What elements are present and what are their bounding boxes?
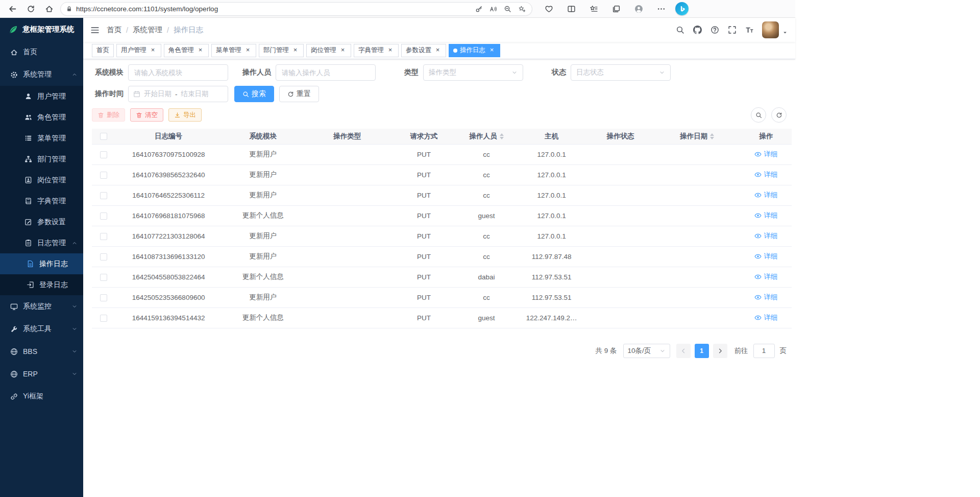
- page-number-button[interactable]: 1: [695, 344, 709, 358]
- row-checkbox[interactable]: [100, 151, 107, 158]
- next-page-button[interactable]: [713, 344, 727, 358]
- export-button[interactable]: 导出: [168, 108, 202, 122]
- close-icon[interactable]: ×: [488, 46, 496, 54]
- detail-link[interactable]: 详细: [754, 211, 777, 220]
- row-checkbox[interactable]: [100, 172, 107, 179]
- type-select[interactable]: 操作类型: [423, 64, 523, 81]
- sidebar-toggle-icon[interactable]: [90, 26, 100, 35]
- favorite-add-icon[interactable]: [514, 3, 529, 15]
- tab-post-mgmt[interactable]: 岗位管理×: [306, 44, 351, 57]
- github-icon[interactable]: [690, 22, 705, 38]
- sidebar-item-erp[interactable]: ERP: [0, 363, 83, 385]
- sidebar-item-dept-mgmt[interactable]: 部门管理: [0, 149, 83, 170]
- sidebar-item-role-mgmt[interactable]: 角色管理: [0, 107, 83, 128]
- breadcrumb-item[interactable]: 首页: [107, 25, 121, 35]
- font-size-icon[interactable]: [742, 22, 757, 38]
- close-icon[interactable]: ×: [434, 46, 442, 54]
- reset-button[interactable]: 重置: [279, 86, 319, 102]
- search-icon[interactable]: [672, 22, 688, 38]
- row-checkbox[interactable]: [100, 274, 107, 281]
- sidebar-item-yi-framework[interactable]: Yi框架: [0, 385, 83, 408]
- detail-link[interactable]: 详细: [754, 313, 777, 322]
- tab-param-settings[interactable]: 参数设置×: [401, 44, 446, 57]
- tab-menu-mgmt[interactable]: 菜单管理×: [211, 44, 256, 57]
- close-icon[interactable]: ×: [291, 46, 299, 54]
- close-icon[interactable]: ×: [339, 46, 347, 54]
- bing-icon[interactable]: [675, 2, 689, 15]
- close-icon[interactable]: ×: [244, 46, 252, 54]
- close-icon[interactable]: ×: [386, 46, 394, 54]
- clear-button[interactable]: 清空: [130, 108, 163, 122]
- column-header-operator[interactable]: 操作人员: [457, 129, 516, 144]
- breadcrumb-item[interactable]: 系统管理: [133, 25, 162, 35]
- row-checkbox[interactable]: [100, 315, 107, 322]
- search-button[interactable]: 搜索: [234, 86, 274, 102]
- sidebar-item-post-mgmt[interactable]: 岗位管理: [0, 170, 83, 191]
- favorites-icon[interactable]: [585, 2, 602, 16]
- fullscreen-icon[interactable]: [724, 22, 740, 38]
- toolbar-search-button[interactable]: [751, 107, 766, 123]
- sidebar-item-bbs[interactable]: BBS: [0, 340, 83, 363]
- status-select[interactable]: 日志状态: [571, 64, 671, 81]
- sidebar-item-dict-mgmt[interactable]: 字典管理: [0, 191, 83, 211]
- goto-page-input[interactable]: [753, 344, 775, 358]
- more-icon[interactable]: [653, 2, 669, 16]
- detail-link[interactable]: 详细: [754, 191, 777, 200]
- delete-button[interactable]: 删除: [92, 108, 125, 122]
- row-checkbox[interactable]: [100, 233, 107, 240]
- row-checkbox[interactable]: [100, 253, 107, 261]
- detail-link[interactable]: 详细: [754, 231, 777, 241]
- sidebar-item-user-mgmt[interactable]: 用户管理: [0, 86, 83, 107]
- row-checkbox[interactable]: [100, 294, 107, 301]
- tab-home[interactable]: 首页: [92, 44, 114, 57]
- caret-down-icon[interactable]: [782, 30, 788, 35]
- detail-link[interactable]: 详细: [754, 293, 777, 302]
- close-icon[interactable]: ×: [149, 46, 157, 54]
- browser-essentials-icon[interactable]: [541, 2, 557, 16]
- sidebar-item-system-tools[interactable]: 系统工具: [0, 318, 83, 340]
- detail-link[interactable]: 详细: [754, 170, 777, 179]
- sidebar-item-oper-log[interactable]: 操作日志: [0, 253, 83, 274]
- sort-icon[interactable]: [500, 133, 504, 139]
- module-input[interactable]: [128, 64, 228, 81]
- sidebar-item-menu-mgmt[interactable]: 菜单管理: [0, 128, 83, 149]
- app-logo[interactable]: 意框架管理系统: [0, 18, 83, 41]
- sidebar-item-system-monitor[interactable]: 系统监控: [0, 295, 83, 318]
- read-aloud-icon[interactable]: [486, 3, 500, 15]
- split-screen-icon[interactable]: [563, 2, 579, 16]
- sidebar-item-system-mgmt[interactable]: 系统管理: [0, 63, 83, 86]
- toolbar-refresh-cw-button[interactable]: [771, 107, 787, 123]
- detail-link[interactable]: 详细: [754, 150, 777, 159]
- sort-icon[interactable]: [710, 133, 714, 139]
- refresh-icon[interactable]: [22, 2, 39, 16]
- operator-input[interactable]: [276, 64, 376, 81]
- select-all-checkbox[interactable]: [100, 133, 107, 140]
- detail-link[interactable]: 详细: [754, 272, 777, 281]
- back-icon[interactable]: [4, 2, 20, 16]
- tab-dept-mgmt[interactable]: 部门管理×: [259, 44, 304, 57]
- sidebar-item-login-log[interactable]: 登录日志: [0, 274, 83, 295]
- prev-page-button[interactable]: [676, 344, 691, 358]
- address-bar[interactable]: https://ccnetcore.com:1101/system/log/op…: [60, 2, 532, 16]
- zoom-out-icon[interactable]: [500, 3, 514, 15]
- tab-oper-log[interactable]: 操作日志×: [449, 44, 500, 57]
- close-icon[interactable]: ×: [197, 46, 204, 54]
- detail-link[interactable]: 详细: [754, 252, 777, 261]
- sidebar-item-home[interactable]: 首页: [0, 41, 83, 63]
- page-size-select[interactable]: 10条/页: [623, 344, 670, 358]
- row-checkbox[interactable]: [100, 212, 107, 220]
- question-icon[interactable]: [707, 22, 722, 38]
- column-header-date[interactable]: 操作日期: [654, 129, 741, 144]
- row-checkbox[interactable]: [100, 192, 107, 199]
- password-key-icon[interactable]: [472, 3, 486, 15]
- sidebar-item-log-mgmt[interactable]: 日志管理: [0, 232, 83, 253]
- home-icon[interactable]: [41, 2, 57, 16]
- tab-role-mgmt[interactable]: 角色管理×: [164, 44, 209, 57]
- tab-dict-mgmt[interactable]: 字典管理×: [354, 44, 399, 57]
- sidebar-item-param-settings[interactable]: 参数设置: [0, 211, 83, 232]
- collections-icon[interactable]: [608, 2, 624, 16]
- profile-icon[interactable]: [630, 2, 647, 16]
- date-range-picker[interactable]: 开始日期 - 结束日期: [128, 86, 228, 102]
- tab-user-mgmt[interactable]: 用户管理×: [116, 44, 161, 57]
- user-avatar[interactable]: [762, 21, 779, 38]
